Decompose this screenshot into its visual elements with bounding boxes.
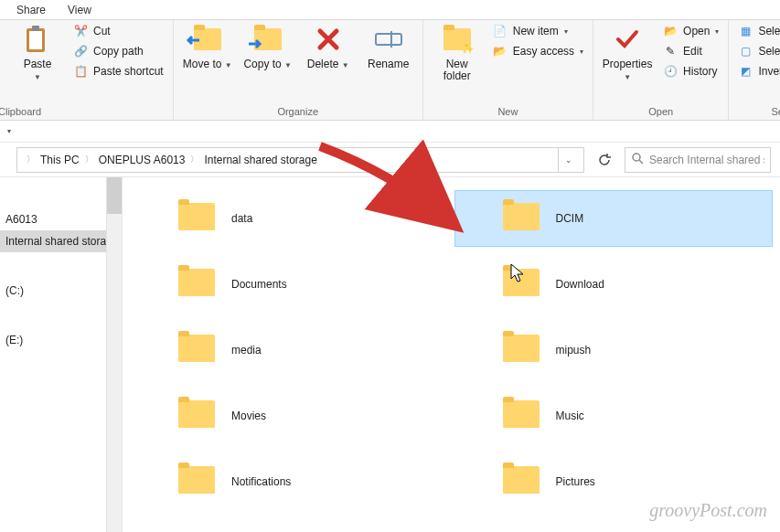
chevron-down-icon: ▼ [284,61,292,69]
history-button[interactable]: 🕘 History [663,64,719,79]
nav-item-storage[interactable]: Internal shared storage [0,230,122,252]
folder-item-download[interactable]: Download [454,256,774,313]
nav-pane[interactable]: A6013 Internal shared storage (C:) (E:) [0,177,123,532]
folder-item-media[interactable]: media [130,322,449,378]
path-icon: 🔗 [73,44,88,59]
group-new: ✨ New folder 📄 New item ▾ 📂 Easy access … [423,20,593,120]
open-icon: 📂 [663,24,678,38]
address-bar[interactable]: 〉 This PC 〉 ONEPLUS A6013 〉 Internal sha… [16,147,584,173]
folder-item-dcim[interactable]: DCIM [454,190,774,247]
folder-icon [503,466,541,497]
invert-selection-button[interactable]: ◩ Invert selection [738,64,780,79]
chevron-down-icon: ▾ [564,27,568,36]
ribbon: Paste ▼ ✂️ Cut 🔗 Copy path 📋 Paste short… [0,20,780,121]
easy-access-label: Easy access [513,45,574,58]
chevron-down-icon: ▾ [580,48,583,56]
paste-shortcut-button[interactable]: 📋 Paste shortcut [73,64,164,79]
nav-item-device[interactable]: A6013 [0,208,122,230]
shortcut-icon: 📋 [73,64,88,79]
svg-point-5 [633,154,640,161]
select-all-label: Select all [758,25,780,37]
properties-button[interactable]: Properties ▼ [603,24,652,82]
folder-label: data [231,212,252,225]
group-select: ▦ Select all ▢ Select none ◩ Invert sele… [729,20,780,120]
copy-path-label: Copy path [93,45,144,58]
file-grid[interactable]: dataDCIMDocumentsDownloadmediamipushMovi… [123,177,780,532]
folder-item-music[interactable]: Music [454,388,774,444]
select-none-button[interactable]: ▢ Select none [738,44,780,59]
move-to-icon [192,24,223,55]
copy-path-button[interactable]: 🔗 Copy path [73,44,164,59]
folder-icon [503,203,541,234]
folder-item-data[interactable]: data [130,190,449,247]
folder-label: media [231,344,262,356]
group-clipboard: Paste ▼ ✂️ Cut 🔗 Copy path 📋 Paste short… [4,20,174,120]
folder-icon [178,466,217,497]
folder-item-mipush[interactable]: mipush [454,322,774,378]
folder-icon [503,400,541,431]
folder-label: DCIM [556,212,584,225]
folder-label: Download [556,278,604,291]
cut-button[interactable]: ✂️ Cut [73,24,164,38]
folder-icon [178,203,217,234]
crumb-this-pc[interactable]: This PC [40,154,80,166]
paste-shortcut-label: Paste shortcut [93,65,164,78]
group-open: Properties ▼ 📂 Open ▾ ✎ Edit 🕘 History O… [593,20,729,120]
cut-label: Cut [93,25,111,37]
chevron-right-icon[interactable]: 〉 [81,154,97,165]
rename-button[interactable]: Rename [364,24,413,70]
new-item-label: New item [513,25,559,37]
crumb-location[interactable]: Internal shared storage [204,154,316,166]
new-item-button[interactable]: 📄 New item ▾ [493,24,583,38]
address-row: 〉 This PC 〉 ONEPLUS A6013 〉 Internal sha… [0,143,780,177]
svg-line-6 [639,160,643,164]
svg-rect-3 [376,34,401,45]
folder-item-documents[interactable]: Documents [130,256,449,313]
paste-button[interactable]: Paste ▼ [13,24,62,82]
chevron-down-icon[interactable]: ▾ [4,127,15,135]
move-to-button[interactable]: Move to ▼ [183,24,232,70]
easy-access-icon: 📂 [493,44,508,59]
open-label: Open [683,25,710,37]
ribbon-tabbar: Share View [0,0,780,20]
copy-to-label: Copy to [243,58,281,70]
chevron-right-icon[interactable]: 〉 [187,154,202,165]
nav-scrollbar[interactable] [106,177,122,532]
easy-access-button[interactable]: 📂 Easy access ▾ [493,44,583,59]
nav-item-drive-e[interactable]: (E:) [0,329,122,351]
folder-label: Movies [231,410,266,422]
content-area: A6013 Internal shared storage (C:) (E:) … [0,177,780,532]
move-to-label: Move to [183,58,222,70]
tab-share[interactable]: Share [5,1,57,19]
new-folder-icon: ✨ [442,24,473,55]
copy-to-button[interactable]: Copy to ▼ [243,24,293,70]
folder-icon [178,400,217,431]
nav-item-drive-c[interactable]: (C:) [0,280,122,302]
group-select-title: Select [738,106,780,118]
edit-icon: ✎ [663,44,678,59]
folder-icon [503,269,541,300]
search-box[interactable]: Search Internal shared storage [625,147,771,173]
folder-item-movies[interactable]: Movies [130,388,449,444]
folder-item-notifications[interactable]: Notifications [130,453,449,510]
chevron-right-icon[interactable]: 〉 [23,154,38,165]
chevron-down-icon: ▾ [715,27,719,36]
delete-label: Delete [307,58,339,70]
edit-button[interactable]: ✎ Edit [663,44,719,59]
crumb-device[interactable]: ONEPLUS A6013 [99,154,186,166]
address-dropdown[interactable]: ⌄ [558,147,578,173]
delete-button[interactable]: Delete ▼ [304,24,353,70]
history-icon: 🕘 [663,64,678,79]
new-folder-label: New folder [433,59,482,82]
select-all-icon: ▦ [738,24,753,38]
select-all-button[interactable]: ▦ Select all [738,24,780,38]
new-folder-button[interactable]: ✨ New folder [433,24,482,82]
open-button[interactable]: 📂 Open ▾ [663,24,719,38]
group-open-title: Open [603,106,719,118]
scroll-thumb[interactable] [107,177,122,214]
group-new-title: New [433,106,583,118]
refresh-button[interactable] [592,147,617,173]
paste-label: Paste [24,59,52,70]
tab-view[interactable]: View [57,1,102,19]
scissors-icon: ✂️ [73,24,88,38]
